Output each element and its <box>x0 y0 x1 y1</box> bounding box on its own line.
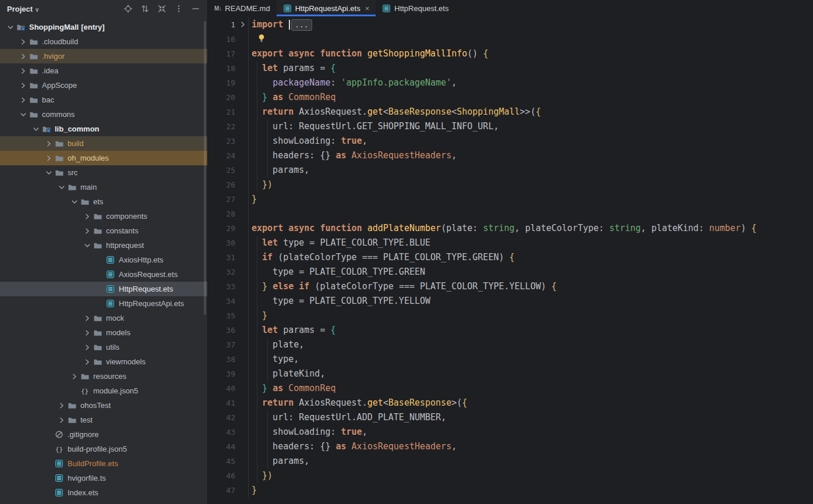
line-number[interactable]: 20 <box>208 90 249 105</box>
code-line-41[interactable]: 41 return AxiosRequest.get<BaseResponse>… <box>208 396 813 410</box>
chevron-right-icon[interactable] <box>82 357 93 367</box>
line-number[interactable]: 43 <box>208 425 249 439</box>
line-number[interactable]: 26 <box>208 178 249 192</box>
chevron-down-icon[interactable] <box>17 110 29 119</box>
tree-item-shoppingmall[interactable]: ShoppingMall[entry] <box>0 20 207 34</box>
line-number[interactable]: 45 <box>208 454 249 468</box>
code-line-42[interactable]: 42 url: RequestUrl.ADD_PLATE_NUMBER, <box>208 410 813 425</box>
line-number[interactable]: 16 <box>208 32 249 47</box>
code-line-16[interactable]: 16 <box>208 32 813 47</box>
line-number[interactable]: 21 <box>208 105 249 119</box>
intention-bulb-icon[interactable] <box>257 34 266 42</box>
chevron-right-icon[interactable] <box>17 52 29 61</box>
line-number[interactable]: 39 <box>208 367 249 381</box>
tree-item-httprequestapi-ets[interactable]: HttpRequestApi.ets <box>0 296 207 311</box>
line-number[interactable]: 19 <box>208 76 249 90</box>
code-line-35[interactable]: 35 } <box>208 308 813 323</box>
tab-httprequest-ets[interactable]: HttpRequest.ets <box>376 0 455 16</box>
code-line-47[interactable]: 47} <box>208 483 813 498</box>
line-number[interactable]: 30 <box>208 236 249 250</box>
tree-item-httprequest[interactable]: httprequest <box>0 238 207 253</box>
code-area[interactable]: 1import ...1617export async function get… <box>208 16 813 504</box>
tree-item-index-ets[interactable]: Index.ets <box>0 485 207 500</box>
tab-readme-md[interactable]: M↓README.md <box>208 0 277 16</box>
line-number[interactable]: 38 <box>208 352 249 367</box>
code-line-33[interactable]: 33 } else if (plateColorType === PLATE_C… <box>208 279 813 294</box>
line-number[interactable]: 18 <box>208 61 249 76</box>
collapse-all-icon[interactable] <box>157 4 167 13</box>
line-number[interactable]: 46 <box>208 468 249 483</box>
tree-item-utils[interactable]: utils <box>0 340 207 354</box>
code-line-18[interactable]: 18 let params = { <box>208 61 813 76</box>
line-number[interactable]: 23 <box>208 134 249 148</box>
line-number[interactable]: 36 <box>208 323 249 338</box>
code-line-38[interactable]: 38 type, <box>208 352 813 367</box>
chevron-right-icon[interactable] <box>43 154 55 163</box>
tree-item-module-json5[interactable]: {}module.json5 <box>0 384 207 398</box>
code-line-21[interactable]: 21 return AxiosRequest.get<BaseResponse<… <box>208 105 813 119</box>
chevron-right-icon[interactable] <box>82 328 93 338</box>
tree-item-viewmodels[interactable]: viewmodels <box>0 354 207 369</box>
chevron-right-icon[interactable] <box>82 212 93 221</box>
chevron-right-icon[interactable] <box>82 226 93 236</box>
tree-item-models[interactable]: models <box>0 325 207 340</box>
line-number[interactable]: 33 <box>208 279 249 294</box>
code-line-26[interactable]: 26 }) <box>208 178 813 192</box>
hide-panel-icon[interactable] <box>191 4 200 13</box>
tree-item-build-profile-json5[interactable]: {}build-profile.json5 <box>0 442 207 456</box>
tree-item-appscope[interactable]: AppScope <box>0 78 207 93</box>
line-number[interactable]: 29 <box>208 221 249 236</box>
tree-item-gitignore[interactable]: .gitignore <box>0 427 207 442</box>
tree-item-axiosrequest-ets[interactable]: AxiosRequest.ets <box>0 267 207 282</box>
code-line-30[interactable]: 30 let type = PLATE_COLOR_TYPE.BLUE <box>208 236 813 250</box>
tree-item-bac[interactable]: bac <box>0 93 207 107</box>
locate-file-icon[interactable] <box>123 4 133 13</box>
chevron-down-icon[interactable] <box>82 241 93 250</box>
code-line-23[interactable]: 23 showLoading: true, <box>208 134 813 148</box>
tree-item-cloudbuild[interactable]: .cloudbuild <box>0 34 207 49</box>
tree-item-axioshttp-ets[interactable]: AxiosHttp.ets <box>0 253 207 267</box>
tree-item-lib-common[interactable]: lib_common <box>0 122 207 136</box>
chevron-down-icon[interactable] <box>69 197 80 207</box>
chevron-right-icon[interactable] <box>82 343 93 352</box>
tree-item-mock[interactable]: mock <box>0 311 207 325</box>
code-line-1[interactable]: 1import ... <box>208 17 813 32</box>
code-line-44[interactable]: 44 headers: {} as AxiosRequestHeaders, <box>208 439 813 454</box>
line-number[interactable]: 24 <box>208 148 249 163</box>
tree-item-ohostest[interactable]: ohosTest <box>0 398 207 413</box>
chevron-right-icon[interactable] <box>69 372 80 381</box>
code-line-28[interactable]: 28 <box>208 207 813 221</box>
line-number[interactable]: 32 <box>208 265 249 279</box>
folded-region[interactable]: ... <box>291 19 312 31</box>
chevron-down-icon[interactable] <box>43 168 55 178</box>
tree-item-hvigor[interactable]: .hvigor <box>0 49 207 63</box>
tree-item-constants[interactable]: constants <box>0 223 207 238</box>
tree-item-resources[interactable]: resources <box>0 369 207 384</box>
code-line-43[interactable]: 43 showLoading: true, <box>208 425 813 439</box>
chevron-down-icon[interactable] <box>5 23 16 32</box>
line-number[interactable]: 44 <box>208 439 249 454</box>
code-line-20[interactable]: 20 } as CommonReq <box>208 90 813 105</box>
code-line-40[interactable]: 40 } as CommonReq <box>208 381 813 396</box>
line-number[interactable]: 47 <box>208 483 249 498</box>
chevron-right-icon[interactable] <box>17 37 29 47</box>
code-line-27[interactable]: 27} <box>208 192 813 207</box>
chevron-right-icon[interactable] <box>56 416 68 425</box>
line-number[interactable]: 28 <box>208 207 249 221</box>
tree-item-oh-modules[interactable]: oh_modules <box>0 151 207 165</box>
code-line-34[interactable]: 34 type = PLATE_COLOR_TYPE.YELLOW <box>208 294 813 308</box>
tree-item-buildprofile-ets[interactable]: BuildProfile.ets <box>0 456 207 471</box>
code-line-24[interactable]: 24 headers: {} as AxiosRequestHeaders, <box>208 148 813 163</box>
code-line-22[interactable]: 22 url: RequestUrl.GET_SHOPPING_MALL_INF… <box>208 119 813 134</box>
code-line-32[interactable]: 32 type = PLATE_COLOR_TYPE.GREEN <box>208 265 813 279</box>
code-line-36[interactable]: 36 let params = { <box>208 323 813 338</box>
tree-item-test[interactable]: test <box>0 413 207 427</box>
code-line-29[interactable]: 29export async function addPlateNumber(p… <box>208 221 813 236</box>
line-number[interactable]: 17 <box>208 47 249 61</box>
code-line-25[interactable]: 25 params, <box>208 163 813 178</box>
close-tab-icon[interactable]: × <box>365 4 370 13</box>
tree-item-main[interactable]: main <box>0 180 207 194</box>
line-number[interactable]: 35 <box>208 308 249 323</box>
line-number[interactable]: 1 <box>208 17 249 32</box>
chevron-right-icon[interactable] <box>82 314 93 323</box>
